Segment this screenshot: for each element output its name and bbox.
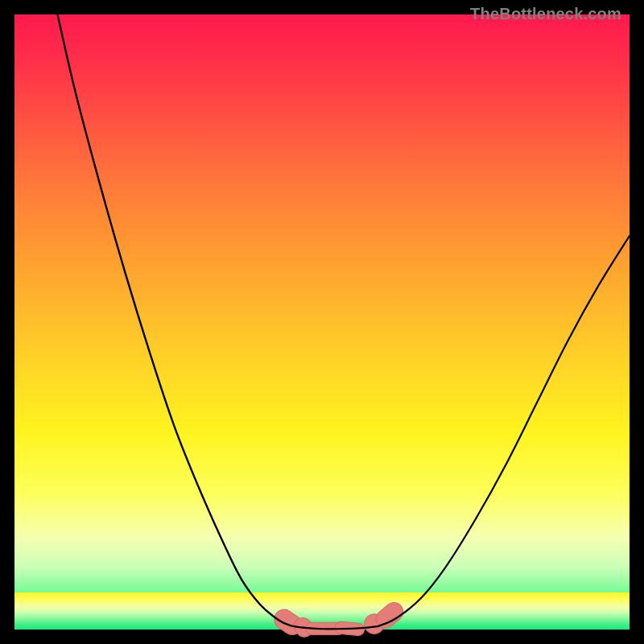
left-curve-line — [57, 14, 303, 628]
watermark-text: TheBottleneck.com — [470, 5, 621, 23]
chart-svg — [14, 14, 630, 630]
outer-frame: TheBottleneck.com — [0, 0, 644, 644]
chart-plot-area — [14, 14, 630, 630]
valley-blobs-group — [270, 599, 407, 641]
right-curve-line — [378, 236, 630, 626]
